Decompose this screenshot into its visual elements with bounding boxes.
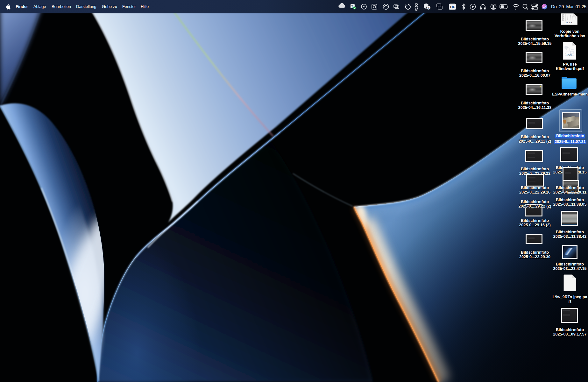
svg-text:7: 7 bbox=[428, 6, 429, 10]
svg-text:XLSX: XLSX bbox=[565, 21, 573, 24]
svg-text:T: T bbox=[351, 5, 353, 8]
svg-text:PDF: PDF bbox=[567, 53, 573, 56]
svg-text:DE: DE bbox=[450, 5, 455, 9]
